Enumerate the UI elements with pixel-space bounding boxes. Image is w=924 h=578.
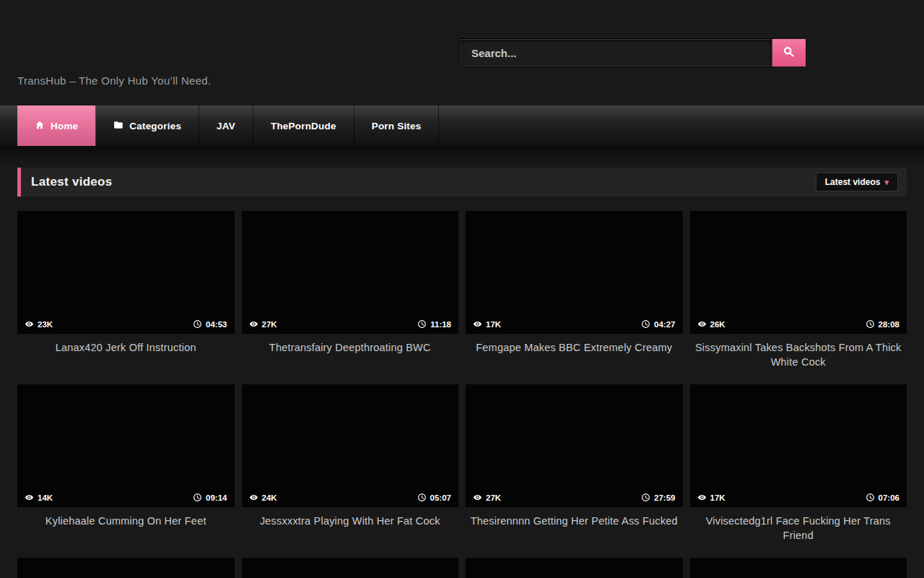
video-title[interactable]: Lanax420 Jerk Off Instruction — [17, 334, 235, 377]
latest-videos-section-header: Latest videos Latest videos ▾ — [17, 168, 907, 197]
nav-item-label: JAV — [217, 121, 235, 131]
video-meta: 27K 27:59 — [466, 488, 683, 507]
clock-icon — [417, 319, 427, 329]
video-grid: 23K 04:53 Lanax420 Jerk Off Instruction … — [17, 211, 907, 578]
video-title[interactable]: Jessxxxtra Playing With Her Fat Cock — [242, 507, 459, 551]
clock-icon — [641, 319, 650, 329]
view-count: 27K — [262, 320, 277, 329]
folder-icon — [113, 120, 123, 132]
video-title[interactable]: Kyliehaale Cumming On Her Feet — [17, 507, 235, 551]
video-thumbnail[interactable] — [242, 558, 459, 578]
search-input[interactable] — [461, 39, 772, 66]
video-thumbnail[interactable]: 27K 27:59 — [466, 384, 683, 507]
view-count: 17K — [710, 493, 725, 502]
video-title[interactable]: Vivisectedg1rl Face Fucking Her Trans Fr… — [690, 507, 907, 551]
view-count: 24K — [262, 493, 277, 502]
video-card-partial[interactable] — [466, 558, 683, 578]
video-thumbnail[interactable] — [690, 558, 907, 578]
nav-bottom-shadow — [0, 146, 924, 168]
clock-icon — [193, 319, 202, 329]
video-card[interactable]: 17K 04:27 Femgape Makes BBC Extremely Cr… — [466, 211, 683, 377]
eye-icon — [249, 493, 258, 502]
video-card[interactable]: 24K 05:07 Jessxxxtra Playing With Her Fa… — [242, 384, 459, 551]
video-thumbnail[interactable]: 14K 09:14 — [17, 384, 235, 507]
sort-dropdown[interactable]: Latest videos ▾ — [816, 173, 898, 191]
video-meta: 17K 07:06 — [690, 488, 907, 507]
nav-item-porn-sites[interactable]: Porn Sites — [354, 105, 440, 146]
video-meta: 14K 09:14 — [17, 488, 235, 507]
eye-icon — [25, 319, 34, 329]
eye-icon — [473, 493, 482, 502]
video-card-partial[interactable] — [242, 558, 459, 578]
home-icon — [35, 120, 45, 132]
video-meta: 17K 04:27 — [466, 314, 683, 334]
nav-item-home[interactable]: Home — [17, 105, 96, 146]
view-count: 17K — [486, 320, 501, 329]
video-card-partial[interactable] — [17, 558, 235, 578]
chevron-down-icon: ▾ — [884, 178, 889, 186]
video-card-partial[interactable] — [690, 558, 907, 578]
eye-icon — [249, 319, 258, 329]
clock-icon — [641, 493, 650, 502]
clock-icon — [866, 493, 875, 502]
video-card[interactable]: 23K 04:53 Lanax420 Jerk Off Instruction — [17, 211, 235, 377]
site-header: TransHub – The Only Hub You’ll Need. — [0, 0, 924, 105]
search-icon — [783, 46, 796, 61]
section-title: Latest videos — [21, 175, 113, 189]
view-count: 27K — [486, 493, 501, 502]
video-duration: 11:18 — [430, 320, 451, 329]
search-button[interactable] — [772, 39, 806, 66]
video-thumbnail[interactable]: 23K 04:53 — [17, 211, 235, 334]
nav-item-label: Porn Sites — [372, 121, 422, 131]
search-form — [461, 39, 806, 66]
video-thumbnail[interactable]: 26K 28:08 — [690, 211, 907, 334]
video-title[interactable]: Thesirennnn Getting Her Petite Ass Fucke… — [466, 507, 683, 551]
video-duration: 28:08 — [879, 320, 899, 329]
main-nav: Home Categories JAV ThePornDude Porn Sit… — [0, 105, 924, 146]
video-meta: 26K 28:08 — [690, 314, 907, 334]
video-thumbnail[interactable] — [466, 558, 683, 578]
clock-icon — [866, 319, 875, 329]
view-count: 26K — [710, 320, 725, 329]
site-tagline: TransHub – The Only Hub You’ll Need. — [17, 74, 211, 87]
nav-item-label: ThePornDude — [271, 121, 336, 131]
view-count: 23K — [38, 320, 53, 329]
video-thumbnail[interactable]: 17K 04:27 — [466, 211, 683, 334]
video-duration: 07:06 — [879, 493, 899, 502]
eye-icon — [473, 319, 482, 329]
video-duration: 09:14 — [206, 493, 227, 502]
video-card[interactable]: 14K 09:14 Kyliehaale Cumming On Her Feet — [17, 384, 235, 551]
video-duration: 27:59 — [654, 493, 675, 502]
video-thumbnail[interactable]: 27K 11:18 — [242, 211, 459, 334]
video-thumbnail[interactable]: 24K 05:07 — [242, 384, 459, 507]
video-duration: 04:53 — [206, 320, 227, 329]
nav-item-jav[interactable]: JAV — [199, 105, 253, 146]
video-title[interactable]: Thetransfairy Deepthroating BWC — [242, 334, 459, 377]
eye-icon — [697, 493, 707, 502]
video-meta: 23K 04:53 — [17, 314, 235, 334]
video-meta: 24K 05:07 — [242, 488, 459, 507]
video-meta: 27K 11:18 — [242, 314, 459, 334]
video-title[interactable]: Sissymaxinl Takes Backshots From A Thick… — [690, 334, 907, 377]
nav-item-categories[interactable]: Categories — [96, 105, 199, 146]
video-title[interactable]: Femgape Makes BBC Extremely Creamy — [466, 334, 683, 377]
video-duration: 04:27 — [654, 320, 675, 329]
eye-icon — [25, 493, 34, 502]
clock-icon — [417, 493, 427, 502]
video-thumbnail[interactable] — [17, 558, 235, 578]
video-duration: 05:07 — [430, 493, 451, 502]
view-count: 14K — [38, 493, 53, 502]
video-card[interactable]: 17K 07:06 Vivisectedg1rl Face Fucking He… — [690, 384, 907, 551]
video-card[interactable]: 27K 11:18 Thetransfairy Deepthroating BW… — [242, 211, 459, 377]
clock-icon — [193, 493, 202, 502]
sort-dropdown-label: Latest videos — [825, 177, 881, 187]
video-thumbnail[interactable]: 17K 07:06 — [690, 384, 907, 507]
eye-icon — [697, 319, 707, 329]
video-card[interactable]: 26K 28:08 Sissymaxinl Takes Backshots Fr… — [690, 211, 907, 377]
nav-item-label: Categories — [129, 121, 181, 131]
video-card[interactable]: 27K 27:59 Thesirennnn Getting Her Petite… — [466, 384, 683, 551]
nav-item-theporndude[interactable]: ThePornDude — [253, 105, 354, 146]
nav-item-label: Home — [51, 121, 78, 131]
